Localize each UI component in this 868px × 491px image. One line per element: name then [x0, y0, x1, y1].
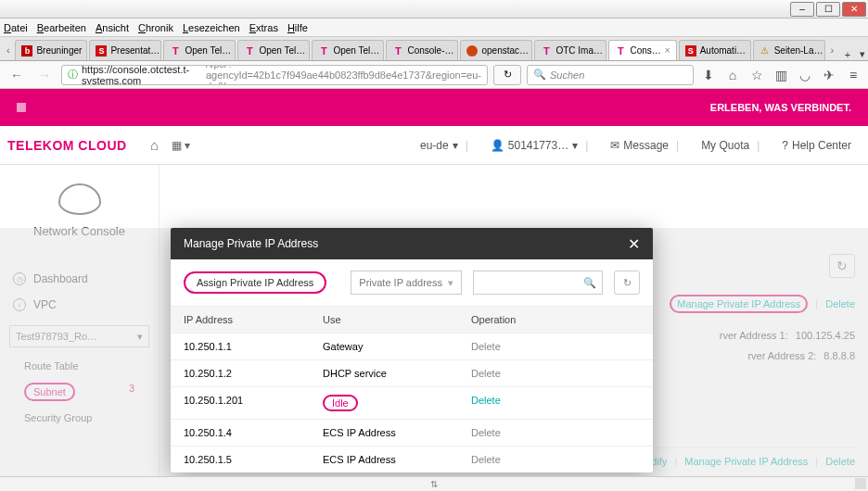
back-button[interactable]: ←: [6, 64, 28, 86]
help-icon: ?: [782, 139, 788, 152]
tab-6[interactable]: openstac…: [460, 40, 532, 60]
os-close[interactable]: ✕: [842, 2, 866, 17]
forward-button[interactable]: →: [33, 64, 56, 86]
cell-ip: 10.250.1.201: [184, 395, 323, 411]
cell-use: Gateway: [323, 341, 471, 352]
statusbar-scroll-indicator: ⇅: [430, 479, 438, 489]
tab-2[interactable]: TOpen Tel…: [163, 40, 236, 60]
filter-type-select[interactable]: Private IP address ▾: [351, 271, 462, 295]
tab-0[interactable]: bBreuninger: [15, 40, 87, 60]
browser-statusbar: ⇅: [0, 476, 868, 491]
table-row: 10.250.1.2DHCP serviceDelete: [171, 359, 653, 386]
favicon: T: [615, 45, 626, 57]
search-icon: 🔍: [533, 69, 546, 81]
menu-extras[interactable]: Extras: [249, 22, 278, 33]
filter-search-input[interactable]: 🔍: [473, 271, 603, 295]
favicon: T: [318, 45, 329, 57]
modal-refresh-button[interactable]: ↻: [614, 271, 640, 295]
table-row: 10.250.1.4ECS IP AddressDelete: [171, 419, 653, 446]
help-link[interactable]: ?Help Center: [782, 139, 851, 152]
menu-datei[interactable]: Datei: [4, 22, 28, 33]
modal-toolbar: Assign Private IP Address Private IP add…: [171, 259, 653, 306]
downloads-icon[interactable]: ⬇: [699, 68, 718, 82]
tab-8[interactable]: TCons…×: [608, 40, 676, 60]
cell-use: ECS IP Address: [323, 427, 471, 438]
favicon: T: [244, 45, 255, 57]
favicon: T: [392, 45, 403, 57]
tab-1[interactable]: SPresentat…: [89, 40, 161, 60]
header-apps-icon[interactable]: ▦ ▾: [172, 139, 199, 152]
cloud-icon: [58, 183, 101, 215]
brand-banner: ERLEBEN, WAS VERBINDET.: [0, 89, 868, 126]
tab-5[interactable]: TConsole-…: [386, 40, 458, 60]
page-content: ERLEBEN, WAS VERBINDET. TELEKOM CLOUD ⌂ …: [0, 89, 868, 476]
cell-ip: 10.250.1.2: [184, 368, 323, 379]
cloud-title: TELEKOM CLOUD: [7, 138, 127, 153]
cell-ip: 10.250.1.4: [184, 427, 323, 438]
menu-lesezeichen[interactable]: Lesezeichen: [183, 22, 240, 33]
tab-strip: ‹ bBreuningerSPresentat…TOpen Tel…TOpen …: [0, 37, 868, 61]
menu-hilfe[interactable]: Hilfe: [287, 22, 308, 33]
lock-icon: ⓘ: [68, 68, 78, 82]
browser-search-input[interactable]: 🔍 Suchen: [527, 65, 694, 85]
home-icon[interactable]: ⌂: [723, 68, 742, 82]
filter-type-value: Private IP address: [359, 277, 442, 288]
tabs-dropdown[interactable]: ▾: [857, 48, 868, 60]
resize-grip[interactable]: [855, 478, 866, 489]
favicon: S: [96, 45, 107, 57]
browser-menubar: DateiBearbeitenAnsichtChronikLesezeichen…: [0, 19, 868, 37]
modal-close-icon[interactable]: ✕: [628, 235, 640, 253]
search-placeholder: Suchen: [550, 69, 584, 81]
menu-icon[interactable]: ≡: [844, 68, 862, 82]
table-row: 10.250.1.1GatewayDelete: [171, 333, 653, 359]
row-delete-link[interactable]: Delete: [471, 395, 640, 411]
quota-link[interactable]: My Quota|: [701, 139, 763, 152]
favicon: [466, 45, 478, 57]
send-icon[interactable]: ✈: [820, 68, 838, 82]
menu-bearbeiten[interactable]: Bearbeiten: [37, 22, 86, 33]
tab-label: Open Tel…: [259, 45, 305, 56]
row-delete-link: Delete: [471, 427, 640, 438]
tabs-scroll-left[interactable]: ‹: [2, 40, 14, 60]
brand-logo-square: [17, 103, 26, 112]
tab-close-icon[interactable]: ×: [665, 45, 670, 56]
new-tab-button[interactable]: +: [842, 49, 853, 60]
row-delete-link: Delete: [471, 341, 640, 352]
table-row: 10.250.1.201IdleDelete: [171, 386, 653, 419]
tab-3[interactable]: TOpen Tel…: [237, 40, 310, 60]
tab-label: Console-…: [407, 45, 453, 56]
url-host: https://console.otctest.t-systems.com: [82, 65, 206, 85]
cell-ip: 10.250.1.5: [184, 454, 323, 465]
reload-button[interactable]: ↻: [493, 65, 521, 85]
messages-link[interactable]: ✉Message|: [610, 139, 683, 152]
os-maximize[interactable]: ☐: [816, 2, 840, 17]
bookmark-star-icon[interactable]: ☆: [747, 68, 766, 82]
brand-slogan: ERLEBEN, WAS VERBINDET.: [710, 102, 851, 113]
tab-label: Open Tel…: [185, 45, 231, 56]
table-row: 10.250.1.5ECS IP AddressDelete: [171, 446, 653, 472]
tabs-scroll-right[interactable]: ›: [826, 40, 838, 60]
tab-label: Presentat…: [110, 45, 160, 56]
library-icon[interactable]: ▥: [772, 68, 790, 82]
tab-label: Breuninger: [36, 45, 82, 56]
modal-title: Manage Private IP Address: [184, 237, 318, 250]
cell-use: DHCP service: [323, 368, 471, 379]
tab-label: Seiten-La…: [774, 45, 823, 56]
tab-9[interactable]: SAutomati…: [679, 40, 751, 60]
url-input[interactable]: ⓘ https://console.otctest.t-systems.com/…: [61, 65, 488, 85]
tab-label: Automati…: [700, 45, 746, 56]
header-home-icon[interactable]: ⌂: [142, 137, 168, 153]
user-menu[interactable]: 👤50141773… ▾|: [491, 139, 593, 152]
col-ip: IP Address: [184, 314, 323, 325]
pocket-icon[interactable]: ◡: [796, 68, 814, 82]
assign-private-ip-button[interactable]: Assign Private IP Address: [184, 271, 326, 294]
region-selector[interactable]: eu-de ▾|: [420, 139, 472, 152]
os-titlebar: – ☐ ✕: [0, 0, 868, 19]
tab-10[interactable]: ⚠Seiten-La…: [753, 40, 825, 60]
col-operation: Operation: [471, 314, 640, 325]
menu-ansicht[interactable]: Ansicht: [96, 22, 129, 33]
os-minimize[interactable]: –: [790, 2, 814, 17]
tab-4[interactable]: TOpen Tel…: [312, 40, 384, 60]
tab-7[interactable]: TOTC Ima…: [534, 40, 606, 60]
menu-chronik[interactable]: Chronik: [138, 22, 173, 33]
